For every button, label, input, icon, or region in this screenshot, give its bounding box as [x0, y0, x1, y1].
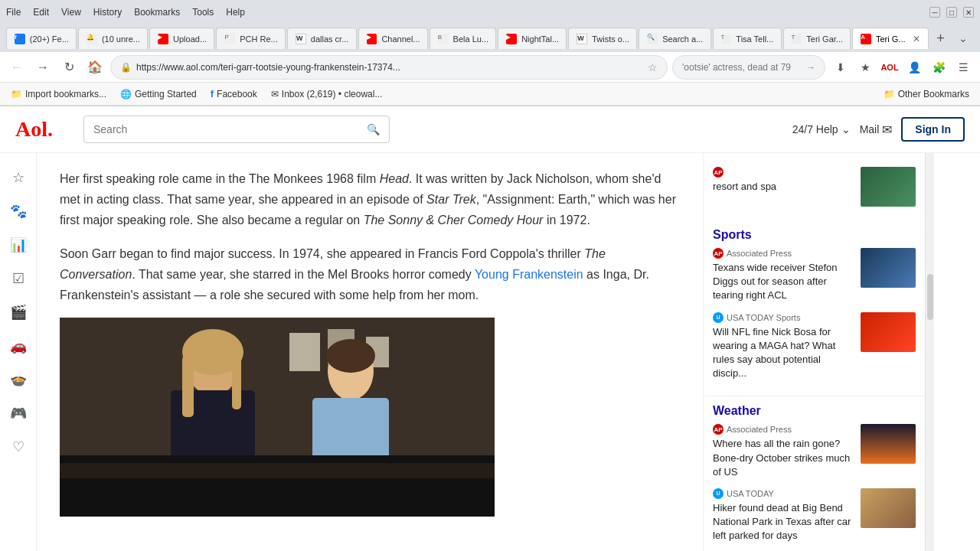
sidebar-icon-food[interactable]: 🍲 [9, 370, 28, 389]
tab-label: Upload... [173, 34, 206, 44]
sidebar-icon-health[interactable]: ♡ [9, 438, 28, 456]
news-source-diggs: AP Associated Press [713, 248, 853, 259]
sidebar-icon-pets[interactable]: 🐾 [9, 202, 28, 220]
tab-dallas[interactable]: W dallas cr... [287, 28, 357, 49]
tab-tisa[interactable]: T Tisa Tell... [713, 28, 782, 49]
search-input[interactable] [682, 62, 802, 73]
back-button[interactable]: ← [6, 57, 28, 78]
minimize-button[interactable]: ─ [929, 7, 940, 18]
sports-section-header[interactable]: Sports [713, 228, 916, 242]
tab-label: (10 unre... [102, 34, 139, 44]
tabs-bar: f (20+) Fe... 🔔 (10 unre... ▶ Upload... … [0, 24, 980, 52]
tab-bela[interactable]: B Bela Lu... [430, 28, 497, 49]
bookmark-star-icon[interactable]: ☆ [648, 61, 658, 73]
tab-label-active: Teri G... [876, 34, 905, 44]
forward-button[interactable]: → [32, 57, 54, 78]
sidebar-icon-auto[interactable]: 🚗 [9, 337, 28, 355]
sidebar-icon-tasks[interactable]: ☑ [9, 269, 28, 288]
new-tab-button[interactable]: + [930, 28, 952, 49]
reload-button[interactable]: ↻ [58, 57, 80, 78]
search-icon[interactable]: 🔍 [367, 123, 380, 135]
facebook-icon: f [211, 88, 214, 99]
sidebar-icon-finance[interactable]: 📊 [9, 236, 28, 254]
mail-button[interactable]: Mail ✉ [860, 122, 893, 137]
sidebar-resort-section: AP resort and spa [704, 161, 925, 222]
profile-button[interactable]: 👤 [903, 57, 925, 78]
search-go-icon[interactable]: → [806, 62, 815, 73]
bookmarks-button[interactable]: ★ [854, 57, 876, 78]
bookmarks-bar: 📁 Import bookmarks... 🌐 Getting Started … [0, 83, 980, 106]
scroll-thumb[interactable] [927, 274, 933, 320]
menu-history[interactable]: History [93, 7, 122, 18]
tab-favicon-yt2: ▶ [367, 34, 377, 44]
home-button[interactable]: 🏠 [84, 57, 106, 78]
news-title-resort[interactable]: resort and spa [713, 180, 853, 194]
menu-help[interactable]: Help [226, 7, 245, 18]
news-thumb-rain [861, 424, 916, 464]
young-frankenstein-link[interactable]: Young Frankenstein [475, 268, 583, 281]
sidebar-icon-star[interactable]: ☆ [9, 168, 28, 187]
page-content: Aol. 🔍 24/7 Help ⌄ Mail ✉ Sign In ☆ 🐾 📊 … [0, 106, 980, 551]
menu-edit[interactable]: Edit [33, 7, 49, 18]
maximize-button[interactable]: □ [946, 7, 957, 18]
menu-file[interactable]: File [6, 7, 21, 18]
aol-search-input[interactable] [93, 123, 361, 135]
navigation-bar: ← → ↻ 🏠 🔒 ☆ → ⬇ ★ AOL 👤 🧩 ☰ [0, 52, 980, 83]
tab-notifications[interactable]: 🔔 (10 unre... [78, 28, 148, 49]
bookmark-getting-started[interactable]: 🌐 Getting Started [116, 87, 201, 101]
bookmark-facebook[interactable]: f Facebook [206, 86, 262, 101]
help-button[interactable]: 24/7 Help ⌄ [792, 123, 851, 135]
bookmark-inbox[interactable]: ✉ Inbox (2,619) • cleowal... [266, 87, 387, 101]
close-button[interactable]: ✕ [963, 7, 974, 18]
tab-channel[interactable]: ▶ Channel... [358, 28, 428, 49]
tab-nighttalk[interactable]: ▶ NightTal... [498, 28, 567, 49]
url-input[interactable] [136, 62, 643, 73]
article-paragraph-2: Soon Garr began to find major success. I… [60, 243, 680, 306]
tab-teri-garr1[interactable]: T Teri Gar... [783, 28, 851, 49]
news-title-rain[interactable]: Where has all the rain gone? Bone-dry Oc… [713, 437, 853, 479]
news-title-bosa[interactable]: Will NFL fine Nick Bosa for wearing a MA… [713, 325, 853, 381]
extensions-button[interactable]: 🧩 [928, 57, 949, 78]
nav-actions: ⬇ ★ AOL 👤 🧩 ☰ [830, 57, 974, 78]
aol-search-bar[interactable]: 🔍 [83, 116, 390, 143]
news-source-resort: AP [713, 167, 853, 178]
aol-logo: Aol. [15, 117, 53, 142]
tab-search[interactable]: 🔍 Search a... [639, 28, 710, 49]
sign-in-button[interactable]: Sign In [901, 117, 965, 142]
tab-twists[interactable]: W Twists o... [568, 28, 637, 49]
aol-header: Aol. 🔍 24/7 Help ⌄ Mail ✉ Sign In [0, 106, 980, 153]
tab-label: Bela Lu... [453, 34, 488, 44]
tab-favicon-s: 🔍 [647, 34, 658, 44]
tab-close-button[interactable]: ✕ [913, 34, 920, 44]
tab-favicon-tg1: T [792, 34, 802, 44]
tab-upload[interactable]: ▶ Upload... [149, 28, 214, 49]
tab-teri-garr2[interactable]: A Teri G... ✕ [852, 28, 928, 49]
menu-tools[interactable]: Tools [192, 7, 214, 18]
news-source-bosa: U USA TODAY Sports [713, 312, 853, 323]
address-bar[interactable]: 🔒 ☆ [110, 55, 668, 80]
sidebar-icon-entertainment[interactable]: 🎬 [9, 303, 28, 321]
menu-button[interactable]: ☰ [952, 57, 974, 78]
bookmark-import[interactable]: 📁 Import bookmarks... [6, 87, 111, 101]
downloads-button[interactable]: ⬇ [830, 57, 851, 78]
getting-started-icon: 🌐 [120, 89, 132, 99]
news-item-resort: AP resort and spa [713, 167, 916, 207]
bookmark-other[interactable]: 📁 Other Bookmarks [879, 87, 974, 101]
aol-button[interactable]: AOL [879, 57, 900, 78]
mail-icon: ✉ [271, 89, 279, 99]
page-scrollbar[interactable] [925, 153, 934, 551]
tab-facebook[interactable]: f (20+) Fe... [6, 28, 77, 49]
tab-favicon-notif: 🔔 [87, 34, 97, 44]
tab-overflow-button[interactable]: ⌄ [952, 28, 974, 49]
weather-section-header[interactable]: Weather [713, 404, 916, 418]
usatoday-icon-bosa: U [713, 312, 724, 323]
menu-view[interactable]: View [61, 7, 81, 18]
news-title-hiker[interactable]: Hiker found dead at Big Bend National Pa… [713, 501, 853, 543]
news-title-diggs[interactable]: Texans wide receiver Stefon Diggs out fo… [713, 261, 853, 303]
sidebar-icon-games[interactable]: 🎮 [9, 404, 28, 422]
source-label-hiker: USA TODAY [727, 489, 774, 498]
menu-bookmarks[interactable]: Bookmarks [134, 7, 180, 18]
tab-pch[interactable]: P PCH Re... [216, 28, 286, 49]
news-thumb-hiker [861, 488, 916, 528]
search-bar[interactable]: → [672, 55, 825, 80]
